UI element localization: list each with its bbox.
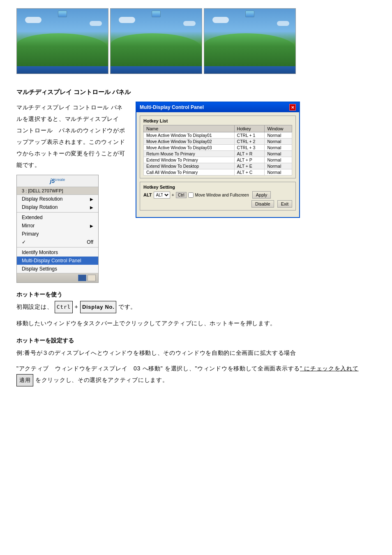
hotkey-alt-select[interactable]: ALT CTRL	[154, 192, 170, 199]
desktop-image-2	[110, 8, 202, 74]
dialog-close-button[interactable]: ✕	[289, 104, 296, 111]
row-name: Move Active Window To Display02	[144, 139, 235, 145]
hotkey-table: Name Hotkey Window Move Active Window To…	[143, 125, 292, 176]
check-icon: ✓	[22, 239, 26, 245]
menu-item-identify[interactable]: Identify Monitors	[17, 248, 98, 257]
menu-item-off-label: Off	[87, 239, 93, 245]
context-menu-footer	[17, 273, 98, 282]
initial-suffix: です。	[118, 303, 136, 310]
dialog-bottom-buttons: Disable Exit	[143, 200, 292, 208]
exit-button[interactable]: Exit	[277, 200, 292, 208]
j5-logo: j5	[50, 178, 55, 184]
row-name: Call All Window To Primary	[144, 169, 235, 176]
menu-item-display-rotation-label: Display Rotation	[22, 204, 58, 210]
left-col: マルチディスプレイ コントロール パネルを選択すると、マルチディスプレイ コント…	[16, 102, 127, 283]
section3-title: ホットキーを設定する	[16, 337, 376, 345]
menu-item-extended-label: Extended	[22, 215, 43, 220]
menu-item-mirror[interactable]: Mirror ▶	[17, 222, 98, 230]
row-hotkey: ALT + P	[234, 157, 265, 163]
table-row[interactable]: Extend Window To Primary ALT + P Normal	[144, 157, 292, 163]
desktop-image-3	[204, 8, 296, 74]
body2-part4: をクリックし、その選択をアクティブにします。	[35, 377, 168, 383]
col-name: Name	[144, 125, 235, 132]
hotkey-list-group: Hotkey List Name Hotkey Window Move Acti…	[140, 116, 296, 178]
row-window: Normal	[265, 139, 292, 145]
arrow-icon: ▶	[90, 197, 93, 201]
hotkey-alt-label: ALT	[143, 192, 152, 197]
row-hotkey: ALT + C	[234, 169, 265, 176]
row-window: Normal	[265, 151, 292, 157]
row-window: Normal	[265, 169, 292, 176]
menu-item-primary-label: Primary	[22, 231, 39, 237]
table-row[interactable]: Return Mouse To Primary ALT + R Normal	[144, 151, 292, 157]
menu-item-mirror-label: Mirror	[22, 223, 35, 229]
row-name: Return Mouse To Primary	[144, 151, 235, 157]
separator2	[17, 247, 98, 247]
section1-body: マルチディスプレイ コントロール パネルを選択すると、マルチディスプレイ コント…	[16, 102, 127, 171]
row-name: Extend Window To Primary	[144, 157, 235, 163]
plus-sign: +	[75, 303, 80, 310]
row-name: Move Active Window To Display03	[144, 145, 235, 151]
menu-item-display-rotation[interactable]: Display Rotation ▶	[17, 203, 98, 211]
table-row[interactable]: Move Active Window To Display02 CTRL + 2…	[144, 139, 292, 145]
menu-item-display-settings[interactable]: Display Settings	[17, 265, 98, 273]
menu-item-mdcp[interactable]: Multi-Display Control Panel	[17, 257, 98, 265]
row-window: Normal	[265, 132, 292, 139]
monitor-label: 3 : [DELL 2707WFP]	[17, 187, 98, 195]
menu-item-primary[interactable]: Primary	[17, 230, 98, 238]
menu-item-identify-label: Identify Monitors	[22, 250, 58, 255]
row-name: Move Active Window To Display01	[144, 132, 235, 139]
fullscreen-checkbox[interactable]	[188, 192, 194, 198]
context-menu: j5create 3 : [DELL 2707WFP] Display Reso…	[16, 175, 99, 283]
taskbar-icon-1	[78, 275, 86, 281]
display-no-key: Display No.	[80, 301, 117, 313]
dialog-body: Hotkey List Name Hotkey Window Move Acti…	[136, 112, 299, 217]
menu-item-display-settings-label: Display Settings	[22, 266, 57, 272]
arrow-icon: ▶	[90, 224, 93, 228]
col-window: Window	[265, 125, 292, 132]
menu-item-extended[interactable]: Extended	[17, 213, 98, 222]
taskbar-icon-2	[88, 275, 96, 281]
section3-body2: "アクティブ ウィンドウをディスプレイ 03 へ移動" を選択し、"ウィンドウを…	[16, 363, 376, 386]
desktop-image-1	[16, 8, 108, 74]
row-hotkey: ALT + E	[234, 163, 265, 169]
apply-button[interactable]: Apply	[252, 191, 271, 199]
apply-label: 適用	[16, 374, 33, 386]
section2-initial: 初期設定は、 Ctrl + Display No. です。	[16, 301, 376, 313]
col-hotkey: Hotkey	[234, 125, 265, 132]
section2: ホットキーを使う 初期設定は、 Ctrl + Display No. です。 移…	[16, 291, 376, 329]
initial-label: 初期設定は、	[16, 303, 53, 310]
row-hotkey: ALT + R	[234, 151, 265, 157]
body2-part1: "アクティブ ウィンドウをディスプレイ 03 へ移動" を選択し、"ウィンドウを…	[16, 365, 300, 372]
mdcp-dialog: Multi-Display Control Panel ✕ Hotkey Lis…	[136, 102, 300, 218]
hotkey-setting-group: Hotkey Setting ALT ALT CTRL + Ctrl Move …	[140, 182, 296, 210]
table-row[interactable]: Move Active Window To Display01 CTRL + 1…	[144, 132, 292, 139]
dialog-titlebar: Multi-Display Control Panel ✕	[136, 102, 299, 112]
menu-item-display-resolution-label: Display Resolution	[22, 196, 62, 202]
section2-body: 移動したいウィンドウをタスクバー上でクリックしてアクティブにし、ホットキーを押し…	[16, 317, 376, 329]
row-window: Normal	[265, 163, 292, 169]
disable-button[interactable]: Disable	[251, 200, 274, 208]
table-row[interactable]: Move Active Window To Display03 CTRL + 3…	[144, 145, 292, 151]
separator1	[17, 212, 98, 213]
section3-body1: 例:番号が３のディスプレイへとウィンドウを移動し、そのウィンドウを自動的に全画面…	[16, 347, 376, 358]
section1-title: マルチディスプレイ コントロール パネル	[16, 86, 376, 97]
body2-underline: " にチェックを入れて	[300, 365, 359, 372]
j5-create-text: create	[55, 178, 65, 182]
hotkey-list-title: Hotkey List	[143, 118, 292, 123]
desktop-screenshots	[16, 8, 296, 74]
row-hotkey: CTRL + 2	[234, 139, 265, 145]
section3: ホットキーを設定する 例:番号が３のディスプレイへとウィンドウを移動し、そのウィ…	[16, 337, 376, 386]
table-row[interactable]: Extend Window To Desktop ALT + E Normal	[144, 163, 292, 169]
plus-label: +	[172, 192, 174, 197]
menu-item-off[interactable]: ✓ Off	[17, 238, 98, 246]
fullscreen-checkbox-label: Move Window and Fullscreen	[195, 193, 249, 197]
table-row[interactable]: Call All Window To Primary ALT + C Norma…	[144, 169, 292, 176]
row-hotkey: CTRL + 1	[234, 132, 265, 139]
arrow-icon: ▶	[90, 205, 93, 210]
menu-item-display-resolution[interactable]: Display Resolution ▶	[17, 195, 98, 203]
hotkey-setting-title: Hotkey Setting	[143, 185, 292, 190]
dialog-title: Multi-Display Control Panel	[140, 104, 204, 110]
row-window: Normal	[265, 157, 292, 163]
ctrl-label: Ctrl	[176, 192, 187, 198]
